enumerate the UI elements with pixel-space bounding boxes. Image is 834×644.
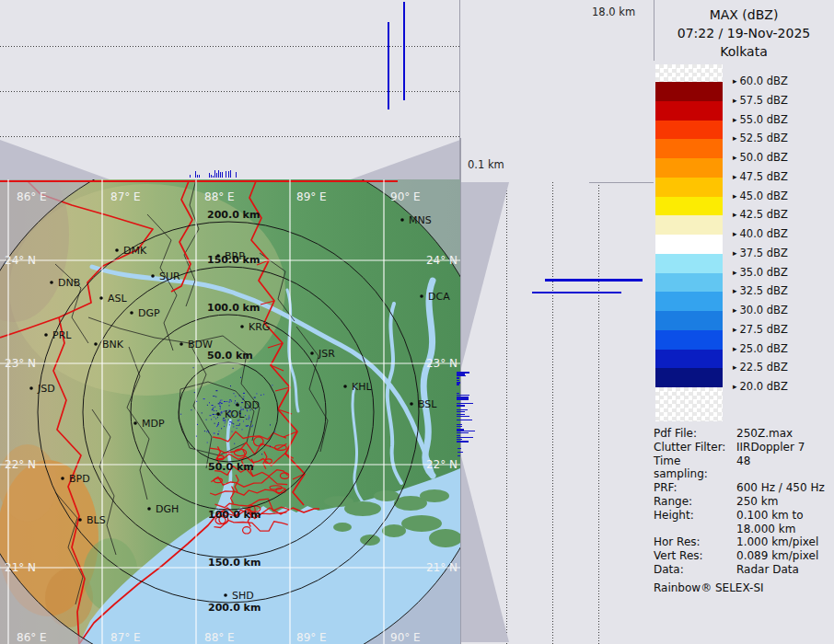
range-ring-label: 50.0 km — [207, 350, 253, 362]
city-dot — [216, 412, 220, 416]
city-dot — [400, 218, 404, 222]
scale-band — [655, 101, 723, 121]
longitude-label: 90° E — [390, 190, 421, 203]
metadata-row: Clutter Filter:IIRDoppler 7 — [654, 441, 834, 454]
scale-band-transparent — [655, 64, 723, 82]
city-dot — [94, 342, 98, 346]
metadata-label: Clutter Filter: — [654, 441, 736, 454]
level-arrow-icon: ▸ — [733, 382, 737, 391]
level-arrow-icon: ▸ — [733, 115, 737, 124]
level-label: 22.5 dBZ — [740, 361, 788, 374]
level-arrow-icon: ▸ — [733, 248, 737, 258]
metadata-value: 1.000 km/pixel — [736, 535, 828, 549]
city-label: KOL — [225, 408, 245, 420]
city-label: DGH — [156, 503, 179, 515]
height-gridline — [506, 182, 507, 644]
corner-panel: 18.0 km — [460, 0, 654, 138]
level-arrow-icon: ▸ — [733, 362, 737, 372]
level-arrow-icon: ▸ — [733, 133, 737, 143]
city-label: MDP — [142, 418, 165, 430]
level-label: 42.5 dBZ — [740, 208, 788, 221]
color-scale — [655, 64, 723, 421]
metadata-label: Pdf File: — [654, 427, 736, 441]
level-arrow-icon: ▸ — [733, 153, 737, 162]
city-dot — [147, 507, 151, 511]
level-label: 32.5 dBZ — [740, 284, 788, 297]
level-label: 37.5 dBZ — [740, 247, 788, 259]
metadata-value: Radar Data — [736, 563, 828, 577]
metadata-row: Time sampling:48 — [654, 454, 834, 482]
longitude-label: 90° E — [390, 631, 421, 644]
panel-divider — [460, 138, 461, 644]
city-dot — [310, 351, 314, 355]
scale-level: ▸52.5 dBZ — [733, 132, 788, 144]
city-dot — [240, 325, 244, 328]
city-dot — [224, 593, 227, 597]
city-label: BRP — [225, 250, 245, 262]
product-title: MAX (dBZ) — [654, 6, 834, 24]
metadata-row: Range:250 km — [654, 495, 834, 509]
city-dot — [44, 333, 48, 337]
scale-level: ▸32.5 dBZ — [733, 284, 788, 297]
city-dot — [236, 403, 239, 407]
city-dot — [151, 274, 155, 278]
city-label: DMK — [123, 245, 147, 257]
station-name: Kolkata — [654, 42, 834, 61]
scale-band — [655, 292, 723, 311]
city-label: JSD — [37, 383, 55, 395]
metadata-row: Vert Res:0.089 km/pixel — [654, 549, 834, 563]
latitude-label: 22° N — [5, 458, 36, 471]
range-cone-wedge — [350, 138, 460, 179]
metadata-label: Vert Res: — [654, 549, 736, 563]
metadata-value: 48 — [736, 454, 828, 468]
software-brand: Rainbow® SELEX-SI — [654, 581, 834, 595]
latitude-label: 23° N — [5, 357, 36, 370]
latitude-label: 22° N — [426, 458, 458, 471]
product-datetime: 07:22 / 19-Nov-2025 — [654, 24, 834, 42]
metadata-label: Range: — [654, 495, 736, 509]
scale-band — [655, 158, 723, 178]
metadata-label: Hor Res: — [654, 535, 736, 549]
city-dot — [420, 294, 423, 298]
scale-band — [655, 215, 723, 235]
scale-level: ▸57.5 dBZ — [733, 94, 788, 107]
level-arrow-icon: ▸ — [733, 268, 737, 277]
city-dot — [133, 421, 137, 425]
level-arrow-icon: ▸ — [733, 229, 737, 238]
city-label: DGP — [138, 307, 160, 319]
level-label: 30.0 dBZ — [740, 304, 788, 316]
height-gridline — [0, 136, 460, 137]
metadata-label: Height: — [654, 509, 736, 523]
level-label: 55.0 dBZ — [740, 113, 788, 126]
scale-band — [655, 82, 723, 101]
scale-level: ▸20.0 dBZ — [733, 380, 788, 393]
city-label: BSL — [418, 398, 437, 410]
city-dot — [130, 311, 133, 315]
scale-band — [655, 368, 723, 387]
level-label: 40.0 dBZ — [740, 227, 788, 240]
scale-level: ▸40.0 dBZ — [733, 227, 788, 240]
longitude-label: 87° E — [110, 190, 141, 203]
city-label: BLS — [87, 514, 106, 526]
level-label: 45.0 dBZ — [740, 190, 788, 202]
level-label: 60.0 dBZ — [740, 75, 788, 87]
level-arrow-icon: ▸ — [733, 210, 737, 219]
legend-panel: MAX (dBZ) 07:22 / 19-Nov-2025 Kolkata ▸6… — [654, 0, 834, 644]
scale-band — [655, 121, 723, 140]
city-label: DCA — [428, 291, 450, 303]
level-label: 50.0 dBZ — [740, 151, 788, 164]
scale-level: ▸22.5 dBZ — [733, 361, 788, 374]
city-dot — [99, 296, 103, 300]
range-ring-label: 100.0 km — [208, 509, 261, 521]
city-dot — [216, 254, 220, 258]
scale-level: ▸42.5 dBZ — [733, 208, 788, 221]
metadata-label: PRF: — [654, 481, 736, 495]
city-dot — [343, 385, 347, 388]
longitude-label: 89° E — [296, 190, 327, 203]
metadata-row: Data:Radar Data — [654, 563, 834, 577]
scale-level: ▸55.0 dBZ — [733, 113, 788, 126]
city-dot — [61, 477, 64, 480]
latitude-label: 23° N — [426, 357, 458, 370]
height-gridline — [0, 46, 460, 47]
min-height-label: 0.1 km — [468, 158, 504, 171]
